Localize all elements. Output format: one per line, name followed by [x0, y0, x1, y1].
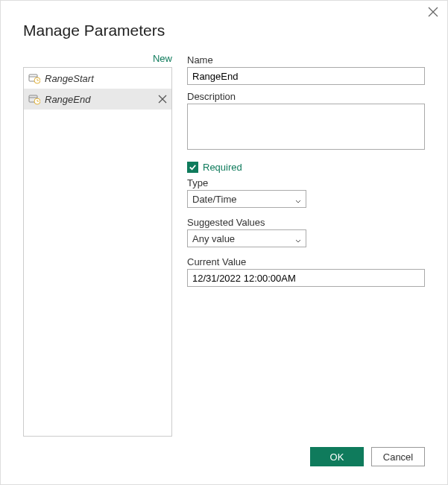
type-value: Date/Time — [192, 194, 236, 205]
parameter-form: Name Description Required Type Date/Time… — [187, 53, 425, 437]
description-label: Description — [187, 91, 425, 102]
name-label: Name — [187, 54, 425, 66]
name-input[interactable] — [187, 67, 425, 85]
suggested-values-label: Suggested Values — [187, 217, 425, 228]
dialog-title: Manage Parameters — [23, 22, 425, 39]
suggested-values-value: Any value — [192, 233, 235, 244]
current-value-label: Current Value — [187, 256, 425, 267]
close-icon[interactable] — [428, 7, 438, 17]
description-input[interactable] — [187, 104, 425, 150]
manage-parameters-dialog: Manage Parameters New RangeSta — [0, 0, 448, 485]
type-label: Type — [187, 177, 425, 188]
sidebar-item-label: RangeEnd — [45, 94, 158, 105]
current-value-input[interactable] — [187, 269, 425, 287]
sidebar-item-label: RangeStart — [45, 73, 167, 84]
suggested-values-select[interactable]: Any value — [187, 229, 306, 247]
required-checkbox[interactable] — [187, 162, 198, 173]
parameter-list: RangeStart RangeEnd — [23, 67, 172, 437]
parameter-sidebar: New RangeStart — [23, 53, 172, 437]
sidebar-item-rangeend[interactable]: RangeEnd — [24, 89, 171, 110]
parameter-icon — [28, 93, 40, 105]
parameter-icon — [28, 72, 40, 84]
ok-button[interactable]: OK — [310, 447, 364, 466]
sidebar-item-rangestart[interactable]: RangeStart — [24, 68, 171, 89]
dialog-footer: OK Cancel — [310, 447, 425, 466]
required-label: Required — [203, 162, 242, 173]
type-select[interactable]: Date/Time — [187, 190, 306, 208]
chevron-down-icon — [295, 235, 301, 241]
new-parameter-link[interactable]: New — [23, 53, 172, 64]
chevron-down-icon — [295, 196, 301, 202]
delete-parameter-icon[interactable] — [158, 95, 167, 104]
cancel-button[interactable]: Cancel — [371, 447, 425, 466]
